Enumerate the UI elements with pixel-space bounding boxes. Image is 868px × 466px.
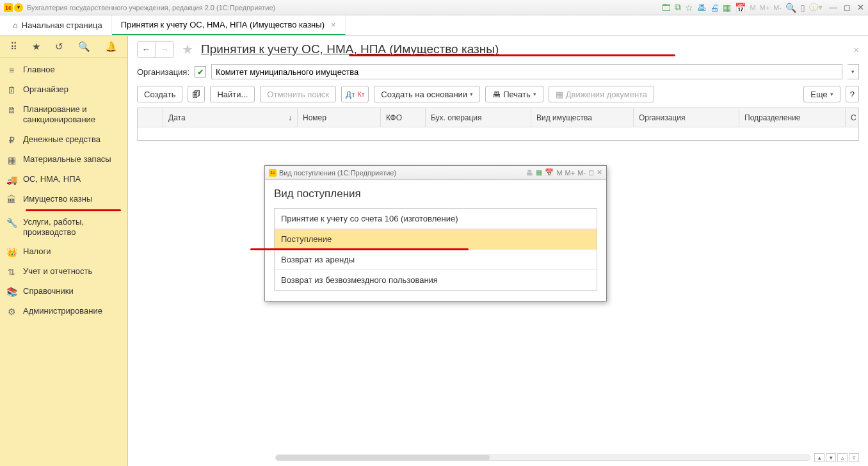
tb-icon[interactable]: 🖨 <box>710 3 719 13</box>
dlg-m-minus[interactable]: M- <box>577 169 586 177</box>
org-label: Организация: <box>137 67 189 77</box>
app-menu-dropdown-icon[interactable]: ▼ <box>14 3 23 12</box>
sidebar-item-icon: ⚙ <box>6 307 17 317</box>
sidebar-item-icon: 📚 <box>6 287 17 297</box>
dlg-icon[interactable]: 🖶 <box>526 169 533 177</box>
apps-icon[interactable]: ⠿ <box>10 41 17 52</box>
th-num[interactable]: Номер <box>298 108 381 127</box>
org-input[interactable]: Комитет муниципального имущества <box>211 64 842 79</box>
dlg-m[interactable]: M <box>556 169 562 177</box>
movements-button[interactable]: ▦ Движения документа <box>549 86 654 102</box>
sidebar-item[interactable]: 🔧Услуги, работы, производство <box>0 213 127 243</box>
tab-active[interactable]: Принятия к учету ОС, НМА, НПА (Имущество… <box>112 15 346 35</box>
m-plus-label[interactable]: M+ <box>760 4 770 12</box>
sidebar-item-label: Услуги, работы, производство <box>23 217 121 238</box>
th-end[interactable]: С <box>846 108 858 127</box>
th-org[interactable]: Организация <box>634 108 739 127</box>
dlg-min-icon[interactable]: ◻ <box>588 168 594 177</box>
copy-button[interactable]: 🗐 <box>188 86 205 102</box>
scroll-down-icon[interactable]: ▾ <box>826 453 836 462</box>
nav-forward-button[interactable]: → <box>156 42 173 57</box>
dialog-list: Принятие к учету со счета 106 (изготовле… <box>274 208 597 291</box>
sidebar-item-icon: 🗓 <box>6 85 17 95</box>
scroll-up-icon[interactable]: ▴ <box>814 453 824 462</box>
m-label[interactable]: M <box>750 4 755 12</box>
tb-icon[interactable]: ⧉ <box>675 2 681 13</box>
history-icon[interactable]: ↺ <box>55 41 63 52</box>
dialog-logo-icon: 1c <box>269 169 277 177</box>
sidebar-item[interactable]: ≡Главное <box>0 60 127 80</box>
scroll-down2-icon[interactable]: ▿ <box>849 453 859 462</box>
tb-icon[interactable]: 🗔 <box>662 3 671 13</box>
find-button[interactable]: Найти... <box>210 86 255 102</box>
create-button[interactable]: Создать <box>137 86 182 102</box>
cancel-search-button[interactable]: Отменить поиск <box>260 86 336 102</box>
th-vid[interactable]: Вид имущества <box>531 108 634 127</box>
dialog-list-item[interactable]: Возврат из аренды <box>275 250 597 270</box>
m-minus-label[interactable]: M- <box>773 4 782 12</box>
tb-icon[interactable]: ☆ <box>685 3 693 13</box>
th-pod[interactable]: Подразделение <box>739 108 846 127</box>
dlg-calc-icon[interactable]: ▦ <box>536 168 542 177</box>
sidebar-item[interactable]: 🏛Имущество казны <box>0 189 127 209</box>
sidebar-item-icon: ▦ <box>6 155 17 165</box>
sidebar-item[interactable]: ⚙Администрирование <box>0 301 127 321</box>
app-title: Бухгалтерия государственного учреждения,… <box>27 4 275 12</box>
more-button[interactable]: Еще ▾ <box>803 86 840 102</box>
th-date[interactable]: Дата↓ <box>163 108 298 127</box>
tab-home[interactable]: ⌂ Начальная страница <box>4 15 112 35</box>
org-checkbox[interactable]: ✔ <box>195 66 206 77</box>
th-marker[interactable] <box>138 108 163 127</box>
sidebar-item-label: Денежные средства <box>23 134 100 145</box>
sidebar-item[interactable]: 🗓Органайзер <box>0 80 127 100</box>
calc-icon[interactable]: ▦ <box>723 3 731 13</box>
titlebar-icons: 🗔 ⧉ ☆ 🖶 🖨 ▦ 📅 M M+ M- 🔍 ▯ ⓘ▾ — ◻ ✕ <box>662 2 864 13</box>
tab-label: Принятия к учету ОС, НМА, НПА (Имущество… <box>121 20 325 29</box>
dlg-close-icon[interactable]: ✕ <box>597 168 602 177</box>
sidebar-item[interactable]: 📚Справочники <box>0 282 127 301</box>
th-op[interactable]: Бух. операция <box>426 108 531 127</box>
sidebar-item-icon: 🚚 <box>6 175 17 185</box>
print-button[interactable]: 🖶 Печать ▾ <box>485 86 543 102</box>
sidebar-item[interactable]: ₽Денежные средства <box>0 130 127 150</box>
close-icon[interactable]: ✕ <box>857 3 864 12</box>
info-icon[interactable]: ⓘ▾ <box>809 2 823 13</box>
page-close-icon[interactable]: × <box>853 44 859 55</box>
help-button[interactable]: ? <box>846 86 859 102</box>
maximize-icon[interactable]: ◻ <box>844 3 851 12</box>
sidebar-item[interactable]: ⇅Учет и отчетность <box>0 262 127 282</box>
dlg-m-plus[interactable]: M+ <box>565 169 575 177</box>
dialog-list-item[interactable]: Принятие к учету со счета 106 (изготовле… <box>275 209 597 229</box>
scroll-up2-icon[interactable]: ▵ <box>837 453 848 462</box>
create-based-button[interactable]: Создать на основании ▾ <box>374 86 480 102</box>
calendar-icon[interactable]: 📅 <box>735 3 746 13</box>
dlg-cal-icon[interactable]: 📅 <box>545 168 554 177</box>
zoom-icon[interactable]: 🔍 <box>785 3 796 13</box>
sidebar-item-label: Налоги <box>23 246 51 257</box>
annotation-line <box>349 54 675 56</box>
search-icon[interactable]: 🔍 <box>78 41 90 52</box>
dialog-list-item[interactable]: Поступление <box>275 229 597 250</box>
sidebar-item[interactable]: ▦Материальные запасы <box>0 150 127 170</box>
sidebar-item[interactable]: 👑Налоги <box>0 242 127 262</box>
star-icon[interactable]: ★ <box>32 41 40 52</box>
table-body[interactable] <box>138 127 858 140</box>
dialog-titlebar: 1c Вид поступления (1С:Предприятие) 🖶 ▦ … <box>265 166 606 180</box>
minimize-icon[interactable]: — <box>829 3 837 12</box>
sidebar-item-label: Имущество казны <box>23 194 92 204</box>
dialog-list-item[interactable]: Возврат из безвозмездного пользования <box>275 270 597 290</box>
nav-back-button[interactable]: ← <box>138 42 156 57</box>
sidebar-item-icon: 🔧 <box>6 218 17 228</box>
horizontal-scrollbar[interactable]: ▴ ▾ ▵ ▿ <box>275 453 859 462</box>
sidebar-item[interactable]: 🚚ОС, НМА, НПА <box>0 170 127 189</box>
tab-close-icon[interactable]: × <box>331 20 336 29</box>
th-kfo[interactable]: КФО <box>381 108 426 127</box>
org-dropdown-icon[interactable]: ▾ <box>848 64 859 79</box>
sidebar-item[interactable]: 🗎Планирование и санкционирование <box>0 100 127 130</box>
tb-icon[interactable]: 🖶 <box>697 3 706 13</box>
app-titlebar: 1c ▼ Бухгалтерия государственного учрежд… <box>0 0 868 15</box>
favorite-star-icon[interactable]: ★ <box>182 42 193 57</box>
panels-icon[interactable]: ▯ <box>800 3 805 13</box>
dk-button[interactable]: ДтКт <box>341 86 369 102</box>
bell-icon[interactable]: 🔔 <box>105 41 117 52</box>
